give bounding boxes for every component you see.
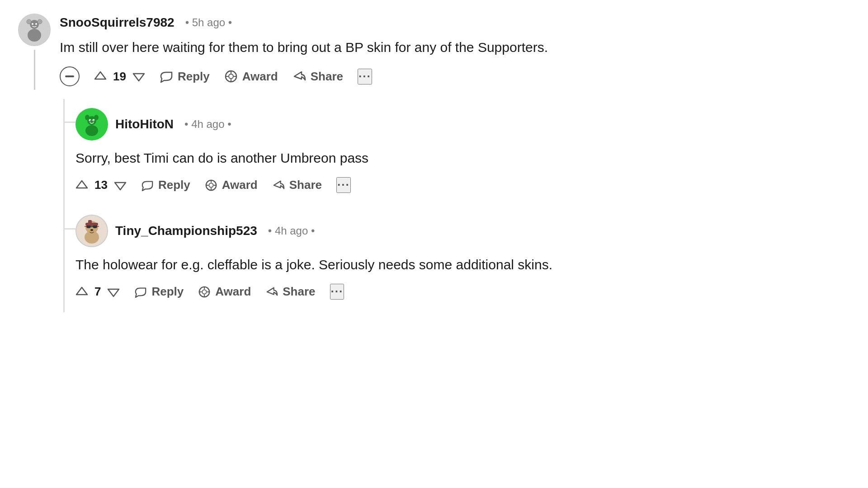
- award-button[interactable]: Award: [198, 285, 251, 299]
- svg-point-4: [38, 19, 42, 24]
- svg-point-5: [32, 23, 33, 25]
- reply-comment-1: HitoHitoN • 4h ago • Sorry, best Timi ca…: [65, 99, 674, 206]
- username: HitoHitoN: [115, 117, 174, 131]
- action-bar: 7 Reply: [75, 284, 674, 300]
- svg-point-9: [229, 74, 233, 79]
- comment-header: Tiny_Championship523 • 4h ago •: [75, 215, 674, 247]
- svg-point-16: [94, 120, 94, 121]
- award-button[interactable]: Award: [224, 70, 278, 84]
- svg-point-30: [90, 229, 93, 231]
- svg-rect-26: [91, 225, 93, 227]
- svg-point-12: [85, 125, 98, 136]
- comment-time: • 5h ago •: [185, 16, 232, 29]
- action-bar: 13 Reply: [75, 177, 674, 193]
- svg-rect-31: [85, 223, 98, 225]
- comment-body: Im still over here waiting for them to b…: [60, 37, 674, 57]
- more-button[interactable]: ···: [330, 284, 344, 300]
- more-button[interactable]: ···: [336, 177, 351, 193]
- comment-time: • 4h ago •: [184, 118, 231, 131]
- share-button[interactable]: Share: [265, 285, 315, 299]
- action-bar: 19 Reply: [60, 66, 674, 86]
- svg-point-17: [85, 115, 90, 120]
- upvote-button[interactable]: [75, 286, 88, 298]
- svg-point-6: [35, 23, 37, 25]
- vote-group: 13: [75, 178, 127, 192]
- share-button[interactable]: Share: [292, 70, 343, 84]
- upvote-button[interactable]: [94, 70, 107, 83]
- downvote-button[interactable]: [107, 286, 120, 298]
- replies-section: HitoHitoN • 4h ago • Sorry, best Timi ca…: [63, 99, 674, 312]
- award-button[interactable]: Award: [205, 178, 258, 192]
- reply-comment-2: Tiny_Championship523 • 4h ago • The holo…: [65, 206, 674, 312]
- username: SnooSquirrels7982: [60, 15, 175, 30]
- top-level-comment: SnooSquirrels7982 • 5h ago • Im still ov…: [18, 14, 674, 312]
- collapse-button[interactable]: [60, 66, 80, 86]
- svg-rect-32: [88, 220, 92, 224]
- svg-point-3: [27, 19, 31, 24]
- svg-point-13: [89, 119, 91, 122]
- comment-time: • 4h ago •: [268, 225, 315, 237]
- svg-point-20: [209, 183, 213, 187]
- reply-button[interactable]: Reply: [160, 70, 210, 84]
- svg-point-15: [90, 120, 91, 121]
- svg-rect-28: [97, 226, 99, 227]
- comment-header: HitoHitoN • 4h ago •: [75, 108, 674, 141]
- vote-count: 19: [113, 70, 126, 84]
- reply-button[interactable]: Reply: [141, 178, 190, 192]
- avatar: [18, 14, 51, 46]
- reply-button[interactable]: Reply: [134, 285, 184, 299]
- svg-point-2: [28, 29, 41, 42]
- vote-count: 13: [94, 178, 108, 192]
- comment-body: The holowear for e.g. cleffable is a jok…: [75, 254, 674, 275]
- comment-header: SnooSquirrels7982 • 5h ago •: [60, 15, 674, 30]
- comment-thread: SnooSquirrels7982 • 5h ago • Im still ov…: [18, 14, 674, 312]
- username: Tiny_Championship523: [115, 224, 257, 238]
- upvote-button[interactable]: [75, 179, 88, 192]
- left-column: [18, 14, 51, 90]
- svg-point-34: [203, 290, 207, 294]
- avatar: [75, 215, 108, 247]
- more-button[interactable]: ···: [358, 69, 372, 84]
- svg-rect-27: [85, 226, 86, 227]
- share-button[interactable]: Share: [272, 178, 322, 192]
- svg-point-18: [94, 115, 99, 120]
- downvote-button[interactable]: [114, 179, 127, 192]
- comment-body: Sorry, best Timi can do is another Umbre…: [75, 148, 674, 168]
- svg-point-14: [93, 119, 95, 122]
- vote-group: 7: [75, 285, 120, 299]
- thread-line: [34, 50, 35, 90]
- vote-group: 19: [94, 70, 145, 84]
- downvote-button[interactable]: [132, 70, 145, 83]
- avatar: [75, 108, 108, 141]
- vote-count: 7: [94, 285, 101, 299]
- svg-rect-7: [65, 75, 74, 77]
